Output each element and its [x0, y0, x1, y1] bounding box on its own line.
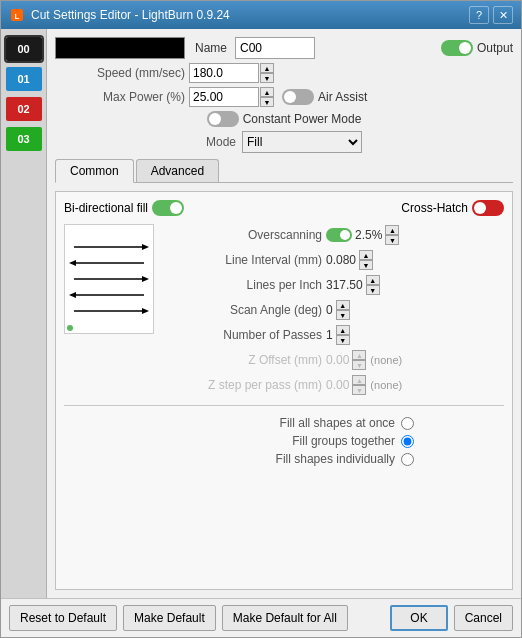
num-passes-down-button[interactable]: ▼: [336, 335, 350, 345]
constant-power-toggle[interactable]: [207, 111, 239, 127]
svg-marker-7: [142, 276, 149, 282]
z-step-spinner: ▲ ▼: [352, 375, 366, 395]
arrow-right-3: [69, 306, 149, 316]
name-input[interactable]: [235, 37, 315, 59]
speed-row: Speed (mm/sec) ▲ ▼: [55, 63, 513, 83]
line-interval-up-button[interactable]: ▲: [359, 250, 373, 260]
help-button[interactable]: ?: [469, 6, 489, 24]
title-bar: L Cut Settings Editor - LightBurn 0.9.24…: [1, 1, 521, 29]
name-label: Name: [195, 41, 227, 55]
air-assist-toggle[interactable]: [282, 89, 314, 105]
sidebar-item-03[interactable]: 03: [6, 127, 42, 151]
cross-hatch-toggle[interactable]: [472, 200, 504, 216]
preview-indicator: [67, 325, 73, 331]
power-spinner: ▲ ▼: [260, 87, 274, 107]
cross-hatch-label: Cross-Hatch: [401, 201, 468, 215]
name-row: Name Output: [55, 37, 513, 59]
scan-angle-up-button[interactable]: ▲: [336, 300, 350, 310]
cancel-button[interactable]: Cancel: [454, 605, 513, 631]
num-passes-value: 1: [326, 328, 333, 342]
z-step-up-button[interactable]: ▲: [352, 375, 366, 385]
power-input[interactable]: [189, 87, 259, 107]
main-panel: Name Output Speed (mm/sec): [47, 29, 521, 598]
close-button[interactable]: ✕: [493, 6, 513, 24]
power-label: Max Power (%): [55, 90, 185, 104]
fill-all-label: Fill all shapes at once: [280, 416, 395, 430]
reset-button[interactable]: Reset to Default: [9, 605, 117, 631]
scan-angle-value: 0: [326, 303, 333, 317]
ok-button[interactable]: OK: [390, 605, 447, 631]
svg-marker-5: [69, 260, 76, 266]
z-step-down-button[interactable]: ▼: [352, 385, 366, 395]
z-offset-label: Z Offset (mm): [162, 353, 322, 367]
tab-common[interactable]: Common: [55, 159, 134, 183]
svg-marker-11: [142, 308, 149, 314]
scan-angle-spinner: ▲ ▼: [336, 300, 350, 320]
overscanning-toggle[interactable]: [326, 228, 352, 242]
power-up-button[interactable]: ▲: [260, 87, 274, 97]
num-passes-label: Number of Passes: [162, 328, 322, 342]
overscanning-row: Overscanning 2.5% ▲ ▼: [162, 224, 504, 246]
fill-individually-row: Fill shapes individually: [74, 452, 504, 466]
z-step-none: (none): [370, 379, 402, 391]
fill-groups-radio[interactable]: [401, 435, 414, 448]
fill-individually-radio[interactable]: [401, 453, 414, 466]
overscanning-label: Overscanning: [162, 228, 322, 242]
z-offset-up-button[interactable]: ▲: [352, 350, 366, 360]
arrows-container: [65, 238, 153, 320]
tab-advanced[interactable]: Advanced: [136, 159, 219, 182]
window: L Cut Settings Editor - LightBurn 0.9.24…: [0, 0, 522, 638]
sidebar-item-00[interactable]: 00: [6, 37, 42, 61]
window-title: Cut Settings Editor - LightBurn 0.9.24: [31, 8, 230, 22]
z-offset-spinner: ▲ ▼: [352, 350, 366, 370]
z-step-label: Z step per pass (mm): [162, 378, 322, 392]
fill-all-radio[interactable]: [401, 417, 414, 430]
z-step-value: 0.00: [326, 378, 349, 392]
title-bar-left: L Cut Settings Editor - LightBurn 0.9.24: [9, 7, 230, 23]
num-passes-up-button[interactable]: ▲: [336, 325, 350, 335]
speed-up-button[interactable]: ▲: [260, 63, 274, 73]
scan-angle-down-button[interactable]: ▼: [336, 310, 350, 320]
sidebar-item-01[interactable]: 01: [6, 67, 42, 91]
arrow-right-2: [69, 274, 149, 284]
lines-per-inch-up-button[interactable]: ▲: [366, 275, 380, 285]
line-interval-value: 0.080: [326, 253, 356, 267]
bi-directional-label: Bi-directional fill: [64, 201, 148, 215]
divider: [64, 405, 504, 406]
power-down-button[interactable]: ▼: [260, 97, 274, 107]
output-label: Output: [477, 41, 513, 55]
output-toggle[interactable]: [441, 40, 473, 56]
make-default-button[interactable]: Make Default: [123, 605, 216, 631]
lines-per-inch-value: 317.50: [326, 278, 363, 292]
bi-directional-area: Bi-directional fill: [64, 200, 184, 216]
settings-area: Overscanning 2.5% ▲ ▼: [64, 224, 504, 399]
sidebar-item-02[interactable]: 02: [6, 97, 42, 121]
power-field: ▲ ▼: [189, 87, 274, 107]
speed-input[interactable]: [189, 63, 259, 83]
overscanning-spinner: ▲ ▼: [385, 225, 399, 245]
z-step-row: Z step per pass (mm) 0.00 ▲ ▼ (none): [162, 374, 504, 396]
color-swatch[interactable]: [55, 37, 185, 59]
make-default-all-button[interactable]: Make Default for All: [222, 605, 348, 631]
mode-row: Mode Fill Line Fill+Line Offset Fill: [55, 131, 513, 153]
tab-content: Bi-directional fill Cross-Hatch: [55, 191, 513, 590]
app-icon: L: [9, 7, 25, 23]
z-offset-down-button[interactable]: ▼: [352, 360, 366, 370]
fill-all-row: Fill all shapes at once: [74, 416, 504, 430]
overscanning-down-button[interactable]: ▼: [385, 235, 399, 245]
lines-per-inch-down-button[interactable]: ▼: [366, 285, 380, 295]
line-interval-down-button[interactable]: ▼: [359, 260, 373, 270]
scan-angle-label: Scan Angle (deg): [162, 303, 322, 317]
mode-label: Mode: [206, 135, 236, 149]
radio-options: Fill all shapes at once Fill groups toge…: [64, 416, 504, 466]
line-interval-spinner: ▲ ▼: [359, 250, 373, 270]
mode-select[interactable]: Fill Line Fill+Line Offset Fill: [242, 131, 362, 153]
speed-down-button[interactable]: ▼: [260, 73, 274, 83]
constant-power-row: Constant Power Mode: [55, 111, 513, 127]
speed-label: Speed (mm/sec): [55, 66, 185, 80]
sidebar: 00 01 02 03: [1, 29, 47, 598]
z-offset-row: Z Offset (mm) 0.00 ▲ ▼ (none): [162, 349, 504, 371]
overscanning-up-button[interactable]: ▲: [385, 225, 399, 235]
bi-directional-toggle[interactable]: [152, 200, 184, 216]
power-row: Max Power (%) ▲ ▼ Air Assist: [55, 87, 513, 107]
